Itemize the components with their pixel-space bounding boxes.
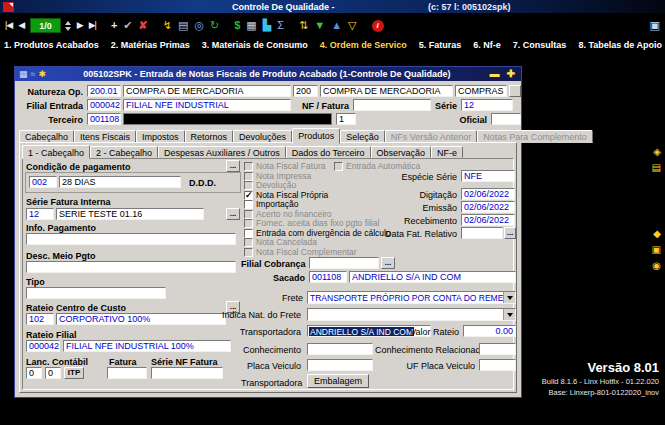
- serie-fatura-desc-field[interactable]: SERIE TESTE 01.16: [56, 208, 204, 220]
- next-record-icon[interactable]: ▶: [77, 21, 83, 30]
- valor-rateio-field[interactable]: 0.00: [463, 325, 516, 337]
- menu-item-materias-primas[interactable]: 2. Matérias Primas: [111, 40, 190, 50]
- fatura-field[interactable]: [107, 367, 147, 379]
- natureza-code-field[interactable]: 200.01: [87, 85, 121, 97]
- sacado-code-field[interactable]: 001108: [309, 271, 347, 283]
- serie-nf-fatura-field[interactable]: [151, 367, 223, 379]
- subtab-dados-terceiro[interactable]: Dados do Terceiro: [286, 146, 371, 158]
- uf-placa-veiculo-field[interactable]: [479, 359, 516, 371]
- serie-fatura-browse-button[interactable]: ...: [226, 208, 240, 220]
- menu-item-produtos-acabados[interactable]: 1. Produtos Acabados: [4, 40, 99, 50]
- menu-item-tabelas-apoio[interactable]: 8. Tabelas de Apoio: [578, 40, 662, 50]
- rail-shortcut-icon-5[interactable]: ◉: [652, 261, 661, 271]
- cond-pagamento-desc-field[interactable]: 28 DIAS: [59, 176, 181, 188]
- minimize-icon[interactable]: ▬: [488, 69, 502, 79]
- menu-item-nfe[interactable]: 6. Nf-e: [473, 40, 501, 50]
- natureza-desc2-field[interactable]: COMPRA DE MERCADORIA: [320, 85, 453, 97]
- data-fat-relativo-field[interactable]: [461, 227, 503, 239]
- tipo-field[interactable]: [26, 287, 166, 299]
- subtab-despesas[interactable]: Despesas Auxiliares / Outros: [158, 146, 286, 158]
- first-record-icon[interactable]: |◀: [5, 21, 12, 30]
- calculator-icon[interactable]: ▦: [246, 20, 256, 31]
- oficial-field[interactable]: [491, 113, 521, 125]
- natureza-desc-field[interactable]: COMPRA DE MERCADORIA: [123, 85, 291, 97]
- checkbox-fornec-dias-fixo[interactable]: Fornec. aceita dias fixo pgto filial: [244, 218, 379, 228]
- rateio-filial-code-field[interactable]: 000042: [26, 340, 60, 352]
- sum-icon[interactable]: Σ: [277, 20, 284, 31]
- cond-pagamento-browse-button[interactable]: ...: [226, 160, 240, 172]
- filial-cobranca-browse-button[interactable]: ...: [381, 257, 395, 269]
- checkbox-devolucao[interactable]: Devolução: [244, 180, 296, 190]
- indica-nat-dropdown-arrow[interactable]: [503, 309, 515, 320]
- previous-record-icon[interactable]: ◀: [18, 21, 24, 30]
- filial-cobranca-field[interactable]: [309, 257, 379, 269]
- filial-code-field[interactable]: 000042: [87, 99, 121, 111]
- last-record-icon[interactable]: ▶|: [89, 21, 96, 30]
- search-icon[interactable]: ◎: [194, 20, 204, 31]
- export-icon[interactable]: ▼: [314, 20, 325, 31]
- desc-meio-pgto-field[interactable]: [26, 261, 236, 273]
- especie-serie-field[interactable]: NFE: [461, 170, 515, 182]
- lanc-contabil-field-1[interactable]: 0: [26, 367, 42, 379]
- menu-item-consultas[interactable]: 7. Consultas: [513, 40, 567, 50]
- data-fat-browse-button[interactable]: ...: [504, 227, 516, 239]
- checkbox-entrada-automatica[interactable]: Entrada Automática: [334, 161, 420, 171]
- print-icon[interactable]: ▤: [178, 20, 188, 31]
- confirm-icon[interactable]: ✔: [123, 20, 132, 31]
- rateio-cc-desc-field[interactable]: CORPORATIVO 100%: [56, 313, 226, 325]
- rail-shortcut-icon-3[interactable]: ◆: [653, 229, 661, 239]
- placa-veiculo-field[interactable]: [307, 359, 373, 371]
- tools-icon[interactable]: ✱: [38, 70, 46, 79]
- serie-fatura-code-field[interactable]: 12: [26, 208, 54, 220]
- rail-shortcut-icon-1[interactable]: ◈: [653, 147, 661, 157]
- conhecimento-relacionado-field[interactable]: [479, 343, 516, 355]
- itp-button[interactable]: ITP: [64, 367, 84, 379]
- digitacao-field[interactable]: 02/06/2022: [461, 188, 515, 200]
- refresh-icon[interactable]: ↻: [210, 20, 219, 31]
- maximize-icon[interactable]: ✚: [505, 69, 517, 79]
- menu-item-ordem-servico[interactable]: 4. Ordem de Servico: [320, 40, 407, 50]
- natureza-grupo-field[interactable]: COMPRAS: [455, 85, 507, 97]
- sort-icon[interactable]: ⇅: [299, 20, 308, 31]
- terceiro-code-field[interactable]: 001108: [87, 113, 121, 125]
- indica-nat-frete-select[interactable]: [307, 308, 516, 321]
- frete-select[interactable]: TRANSPORTE PRÓPRIO POR CONTA DO REMETENT…: [307, 291, 516, 304]
- currency-icon[interactable]: $: [234, 20, 240, 31]
- add-record-icon[interactable]: +: [111, 20, 117, 31]
- subtab-1-cabecalho[interactable]: 1 - Cabeçalho: [22, 145, 90, 159]
- frete-dropdown-arrow[interactable]: [503, 292, 515, 303]
- checkbox-nota-fiscal-complementar[interactable]: Nota Fiscal Complementar: [244, 247, 357, 257]
- subtab-observacao[interactable]: Observação: [371, 146, 432, 158]
- checkbox-importacao[interactable]: Importação: [244, 199, 299, 209]
- record-spinner[interactable]: [65, 21, 71, 31]
- chart-icon[interactable]: ▙: [263, 20, 271, 31]
- conhecimento-field[interactable]: [307, 343, 373, 355]
- import-icon[interactable]: ▲: [331, 20, 342, 31]
- rail-shortcut-icon-2[interactable]: ▤: [652, 163, 661, 173]
- info-pagamento-field[interactable]: [26, 233, 236, 245]
- execute-icon[interactable]: ↯: [163, 20, 172, 31]
- cond-pagamento-code-field[interactable]: 002: [29, 176, 57, 188]
- cancel-icon[interactable]: ✘: [139, 20, 148, 31]
- lanc-contabil-field-2[interactable]: 0: [45, 367, 61, 379]
- filial-desc-field[interactable]: FILIAL NFE INDUSTRIAL: [123, 99, 291, 111]
- embalagem-button[interactable]: Embalagem: [307, 374, 369, 388]
- rateio-filial-desc-field[interactable]: FILIAL NFE INDUSTRIAL 100%: [63, 340, 231, 352]
- menu-item-materiais-consumo[interactable]: 3. Materiais de Consumo: [202, 40, 308, 50]
- rateio-cc-code-field[interactable]: 102: [26, 313, 54, 325]
- terceiro-seq-field[interactable]: 1: [336, 113, 356, 125]
- checkbox-nota-fiscal-fatura[interactable]: Nota Fiscal Fatura: [244, 161, 325, 171]
- menu-item-faturas[interactable]: 5. Faturas: [419, 40, 462, 50]
- natureza-code2-field[interactable]: 200: [293, 85, 318, 97]
- rail-shortcut-icon-4[interactable]: ▣: [652, 245, 661, 255]
- checkbox-nota-cancelada[interactable]: Nota Cancelada: [244, 237, 317, 247]
- sacado-desc-field[interactable]: ANDRIELLO S/A IND COM: [349, 271, 516, 283]
- tab-produtos[interactable]: Produtos: [292, 128, 340, 144]
- info-icon[interactable]: i: [372, 20, 384, 32]
- nf-fatura-field[interactable]: [353, 99, 431, 111]
- serie-field[interactable]: 12: [461, 99, 513, 111]
- natureza-browse-button[interactable]: [509, 85, 521, 97]
- emissao-field[interactable]: 02/06/2022: [461, 201, 515, 213]
- exit-icon[interactable]: ▣: [650, 20, 660, 31]
- filter-icon[interactable]: ▽: [348, 20, 356, 31]
